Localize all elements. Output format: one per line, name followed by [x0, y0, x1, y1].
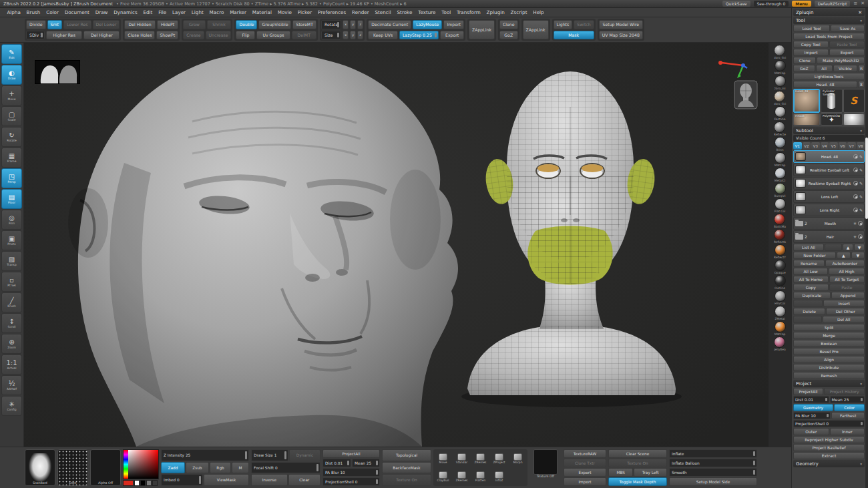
tool-thumb-brush[interactable]: S [843, 89, 865, 113]
farthest-button[interactable]: Farthest [831, 412, 865, 419]
visibility-eye-icon[interactable] [858, 221, 863, 226]
switch-button[interactable]: Switch [574, 20, 594, 29]
tool-move-icon[interactable]: +Move [1, 85, 22, 105]
load-tools-from-project-button[interactable]: Load Tools From Project [793, 33, 865, 40]
tab-v3[interactable]: V3 [811, 142, 820, 150]
uncrease-button[interactable]: Uncrease [206, 31, 232, 40]
material-zbro-ski[interactable]: zbro_Ski [774, 91, 786, 105]
clone-button[interactable]: Clone [793, 57, 816, 64]
menu-zplugin[interactable]: Zplugin [483, 9, 507, 15]
projectall-button[interactable]: ProjectAll [322, 449, 380, 458]
tray-left-button[interactable]: Tray Left [634, 468, 667, 477]
lazymouse-button[interactable]: LazyMouse [413, 20, 442, 29]
export-button[interactable]: Export [440, 31, 464, 40]
menu-stroke[interactable]: Stroke [394, 9, 415, 15]
section-header-subtool[interactable]: Subtool▾ [793, 127, 865, 134]
projectall-button[interactable]: ProjectAll [793, 388, 823, 395]
focal-shift-0-button[interactable]: Focal Shift 0 [251, 462, 320, 474]
zapplink-button[interactable]: ZAppLink [523, 20, 549, 39]
bevel-pro-button[interactable]: Bevel Pro [793, 348, 865, 355]
menu-macro[interactable]: Macro [206, 9, 227, 15]
edit-pen-icon[interactable]: ✎ [859, 194, 863, 199]
tool-frame-icon[interactable]: ▦Frame [1, 148, 22, 168]
edit-pen-icon[interactable]: ✎ [859, 154, 863, 159]
rename-button[interactable]: Rename [793, 260, 825, 267]
mask-button[interactable]: Mask [554, 31, 594, 40]
tool-persp-icon[interactable]: ◳Persp [1, 168, 22, 188]
tool-scale-icon[interactable]: ▢Scale [1, 106, 22, 126]
smooth-button[interactable]: Smooth [669, 468, 757, 477]
rgb-button[interactable]: Rgb [210, 462, 231, 474]
menu-texture[interactable]: Texture [415, 9, 439, 15]
texture-on-button[interactable]: Texture On [382, 474, 431, 486]
new-folder-button[interactable]: New Folder [793, 252, 836, 259]
tool-thumb-sphere[interactable] [843, 113, 865, 126]
panel-close-icon[interactable]: ✕ [858, 10, 862, 15]
save-as-button[interactable]: Save As [831, 25, 865, 32]
brush-move-button[interactable]: Move [435, 453, 451, 464]
material-reflecta[interactable]: ReflectA [774, 229, 786, 244]
clone-button[interactable]: Clone [499, 20, 518, 29]
r-button[interactable]: R [858, 65, 865, 72]
menu-zscript[interactable]: Zscript [507, 9, 530, 15]
inflate-button[interactable]: Inflate [669, 449, 757, 458]
material-matcap[interactable]: MatCap [775, 152, 786, 167]
tool-thumb-cylinder-simple8[interactable]: Cylinder Simple8 [821, 89, 843, 113]
item-button[interactable]: ▲ [837, 252, 851, 259]
tool-preview-icon[interactable] [734, 80, 758, 109]
tab-v2[interactable]: V2 [803, 142, 811, 150]
zapplink-button[interactable]: ZAppLink [469, 20, 495, 39]
menu-draw[interactable]: Draw [92, 9, 111, 15]
brush-inflat-button[interactable]: Inflat [491, 471, 507, 482]
double-button[interactable]: Double [236, 20, 257, 29]
menu-edit[interactable]: Edit [140, 9, 156, 15]
current-color-swatch[interactable] [123, 480, 134, 486]
decimate-current-button[interactable]: Decimate Current [368, 20, 411, 29]
texture-thumb[interactable]: Texture Off [529, 449, 562, 486]
import-button[interactable]: Import [793, 49, 829, 56]
menu-render[interactable]: Render [349, 9, 372, 15]
menu-alpha[interactable]: Alpha [4, 9, 23, 15]
menu-preferences[interactable]: Preferences [315, 9, 349, 15]
list-all-button[interactable]: List All [793, 244, 824, 251]
import-button[interactable]: Import [564, 477, 606, 486]
reference-thumbnail[interactable] [35, 60, 80, 84]
textureraw-button[interactable]: TextureRAW [564, 449, 606, 458]
tool-film-icon[interactable]: ◎Film [1, 210, 22, 230]
material-zmetal[interactable]: ZMetal [775, 306, 786, 320]
split-button[interactable]: Split [793, 324, 865, 331]
tool-actual-icon[interactable]: 1:1Actual [1, 354, 22, 375]
subtool-mouth[interactable]: 2Mouth✳ [793, 217, 865, 230]
delmt-button[interactable]: DelMT [292, 31, 316, 40]
mean-25-button[interactable]: Mean 25 [830, 396, 865, 403]
menu-color[interactable]: Color [43, 9, 62, 15]
visibility-eye-icon[interactable] [853, 194, 858, 199]
black-swatch[interactable] [140, 480, 146, 486]
quicksave-button[interactable]: QuickSave [722, 1, 750, 7]
item-button[interactable] [825, 244, 842, 251]
sdiv-1-button[interactable]: SDiv 1 [26, 31, 45, 40]
tool-aahalf-icon[interactable]: ½AAHalf [1, 375, 22, 395]
material-bumpvi[interactable]: BumpVi [775, 183, 786, 198]
visible-button[interactable]: Visible [833, 65, 857, 72]
color-button[interactable]: Color [834, 404, 865, 411]
tab-v7[interactable]: V7 [847, 142, 856, 150]
copy-tool-button[interactable]: Copy Tool [793, 41, 829, 48]
keep-uvs-button[interactable]: Keep UVs [368, 31, 398, 40]
rotate-button[interactable]: Rotate [321, 20, 341, 29]
material-metalcl[interactable]: MetalCl [775, 168, 786, 182]
pa-blur-10-button[interactable]: PA Blur 10 [793, 412, 831, 419]
edit-pen-icon[interactable]: ✎ [859, 168, 863, 172]
subtool-head-48[interactable]: Head. 48✎ [793, 150, 865, 163]
item-button[interactable] [793, 300, 823, 307]
x-button[interactable]: x [343, 20, 349, 29]
color-picker[interactable] [123, 449, 159, 486]
all-high-button[interactable]: All High [829, 268, 865, 275]
reproject-higher-subdiv-button[interactable]: Reproject Higher Subdiv [793, 436, 865, 443]
projectionshell-0-button[interactable]: ProjectionShell 0 [322, 477, 380, 486]
menu-button[interactable]: Menu [792, 1, 811, 7]
brush-zremes-button[interactable]: ZRemes [453, 471, 470, 482]
smt-button[interactable]: Smt [47, 20, 62, 29]
zsub-button[interactable]: Zsub [186, 462, 209, 474]
storemt-button[interactable]: StoreMT [292, 20, 316, 29]
